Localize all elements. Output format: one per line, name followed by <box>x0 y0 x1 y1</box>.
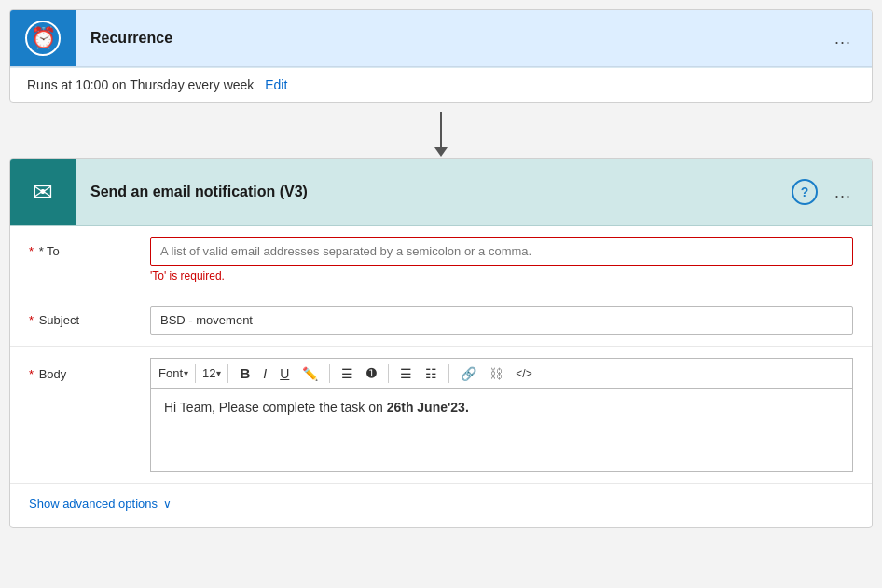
toolbar-divider-1 <box>195 364 196 383</box>
code-button[interactable]: </> <box>511 364 536 383</box>
email-actions: ? ... <box>792 179 872 206</box>
subject-input[interactable] <box>150 306 853 335</box>
recurrence-runs-text: Runs at 10:00 on Thursday every week <box>27 77 254 92</box>
body-field-row: * Body Font ▾ 12 <box>10 347 872 484</box>
recurrence-icon-bg: ⏰ <box>10 10 76 66</box>
font-size-value: 12 <box>202 366 215 380</box>
body-editor[interactable]: Hi Team, Please complete the task on 26t… <box>150 388 853 472</box>
body-label: * Body <box>29 358 150 381</box>
recurrence-more-button[interactable]: ... <box>827 25 859 52</box>
subject-required-marker: * <box>29 313 34 327</box>
email-card: ✉ Send an email notification (V3) ? ... … <box>9 158 873 528</box>
numbered-list-button[interactable]: ➊ <box>362 363 381 383</box>
email-more-button[interactable]: ... <box>827 179 859 206</box>
align-left-button[interactable]: ☰ <box>395 363 417 384</box>
workflow-container: ⏰ Recurrence ... Runs at 10:00 on Thursd… <box>9 9 873 528</box>
arrow-connector <box>440 103 442 158</box>
advanced-options-row: Show advanced options ∨ <box>10 484 872 527</box>
clock-icon-wrapper: ⏰ <box>25 21 61 56</box>
to-input[interactable] <box>150 237 853 266</box>
bullet-list-button[interactable]: ☰ <box>337 363 358 384</box>
toolbar-divider-3 <box>329 364 330 383</box>
to-field-wrapper: 'To' is required. <box>150 237 853 282</box>
body-toolbar: Font ▾ 12 ▾ B I <box>150 358 853 388</box>
bold-button[interactable]: B <box>235 362 255 384</box>
body-label-text: Body <box>39 367 67 381</box>
recurrence-header: ⏰ Recurrence ... <box>10 10 872 67</box>
align-right-button[interactable]: ☷ <box>420 363 442 384</box>
font-size-selector[interactable]: 12 ▾ <box>202 366 221 380</box>
to-label-text: * To <box>39 244 60 258</box>
to-required-marker: * <box>29 244 34 258</box>
toolbar-divider-2 <box>227 364 228 383</box>
subject-label: * Subject <box>29 306 150 327</box>
advanced-options-label: Show advanced options <box>29 497 158 511</box>
email-icon-bg: ✉ <box>10 159 76 225</box>
body-content: Hi Team, Please complete the task on 26t… <box>164 400 839 415</box>
to-error-message: 'To' is required. <box>150 269 853 282</box>
recurrence-body: Runs at 10:00 on Thursday every week Edi… <box>10 67 872 102</box>
show-advanced-options-button[interactable]: Show advanced options ∨ <box>29 497 172 511</box>
link-button[interactable]: 🔗 <box>456 363 481 384</box>
recurrence-title: Recurrence <box>76 30 827 47</box>
font-label: Font <box>158 366 183 380</box>
body-field-wrapper: Font ▾ 12 ▾ B I <box>150 358 853 472</box>
recurrence-actions: ... <box>827 25 872 52</box>
italic-button[interactable]: I <box>258 363 271 384</box>
clock-icon: ⏰ <box>31 26 56 50</box>
recurrence-edit-link[interactable]: Edit <box>265 77 287 92</box>
to-field-row: * * To 'To' is required. <box>10 226 872 294</box>
font-selector[interactable]: Font ▾ <box>158 366 188 380</box>
font-chevron-icon: ▾ <box>184 368 188 378</box>
mail-icon: ✉ <box>33 178 53 207</box>
email-form: * * To 'To' is required. * Subject <box>10 226 872 527</box>
email-card-title: Send an email notification (V3) <box>76 184 792 200</box>
subject-field-row: * Subject <box>10 294 872 347</box>
recurrence-card: ⏰ Recurrence ... Runs at 10:00 on Thursd… <box>9 9 873 103</box>
font-size-chevron-icon: ▾ <box>216 368 221 378</box>
chevron-down-icon: ∨ <box>163 498 172 511</box>
email-header: ✉ Send an email notification (V3) ? ... <box>10 159 872 226</box>
underline-button[interactable]: U <box>275 363 294 384</box>
body-required-marker: * <box>29 367 34 381</box>
unlink-button[interactable]: ⛓ <box>485 363 507 384</box>
text-color-button[interactable]: ✏️ <box>297 363 323 384</box>
subject-field-wrapper <box>150 306 853 335</box>
subject-label-text: Subject <box>39 313 79 327</box>
to-label: * * To <box>29 237 150 258</box>
email-help-button[interactable]: ? <box>792 179 818 205</box>
toolbar-divider-5 <box>448 364 449 383</box>
arrow-down-icon <box>440 112 442 149</box>
toolbar-divider-4 <box>388 364 389 383</box>
